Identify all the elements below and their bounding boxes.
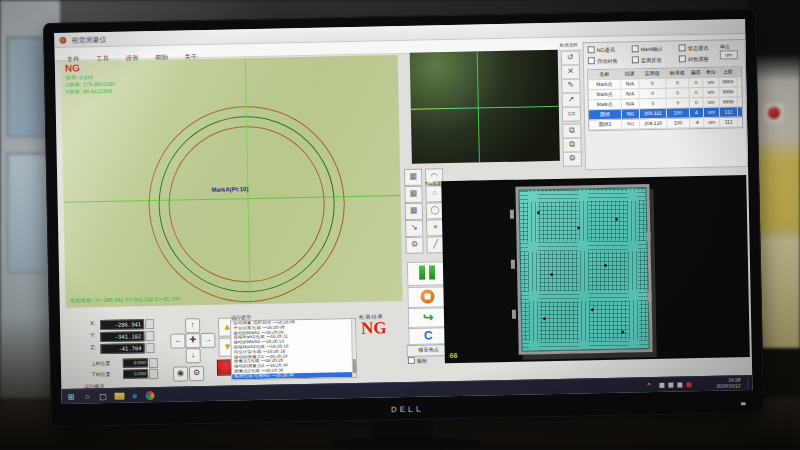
inspect-panel: NG通讯 Mark确认 状态通讯 单位 um 自动对焦 监测反馈 对焦调整 名称… xyxy=(583,39,749,170)
roi-tool-icon[interactable]: ▭ xyxy=(562,106,581,121)
log-scrollbar[interactable] xyxy=(351,319,356,377)
panel-map-view[interactable]: 66 xyxy=(441,175,750,363)
table-row[interactable]: 圆径1NG204.126100-4um112 xyxy=(589,117,742,130)
axis-x-display: -286.941 xyxy=(100,319,144,330)
secondary-camera-view[interactable] xyxy=(410,50,560,164)
defect-dot xyxy=(537,211,540,214)
power-led xyxy=(741,402,746,405)
axis-x-label: X: xyxy=(90,320,96,326)
tray-caret-icon[interactable]: ^ xyxy=(643,380,654,391)
checkbox-ng-comm[interactable]: NG通讯 xyxy=(588,46,615,55)
preset-unload-button[interactable] xyxy=(149,369,158,379)
run-pause-button[interactable] xyxy=(407,261,447,286)
frame-notch xyxy=(648,292,652,301)
defect-dot xyxy=(621,331,624,334)
defect-dot xyxy=(577,226,580,229)
monitor-stand-base xyxy=(330,438,480,450)
defect-dot xyxy=(550,273,553,276)
result-ng-value: NG xyxy=(361,318,387,339)
window-title: 视觉测量仪 xyxy=(71,35,106,46)
checkbox-focus-adjust[interactable]: 对焦调整 xyxy=(679,55,709,64)
axis-z-label: Z: xyxy=(90,344,95,350)
preset-unload-label: 下料位置 xyxy=(91,371,110,377)
task-view-icon[interactable]: ▢ xyxy=(97,391,108,402)
return-button[interactable]: ↪ xyxy=(408,307,448,328)
move-tool-icon[interactable]: ↘ xyxy=(405,220,423,237)
tool-strip-label: 检测流程 xyxy=(560,42,578,47)
preset-load-button[interactable] xyxy=(149,358,158,368)
axis-x-zero-button[interactable] xyxy=(145,319,154,329)
pcb-map[interactable] xyxy=(515,184,652,355)
preset-load-display: 0.000 xyxy=(123,358,148,367)
axis-y-display: -941.182 xyxy=(100,331,144,342)
jog-down-button[interactable]: ↓ xyxy=(186,348,201,363)
defect-dot xyxy=(591,308,594,311)
frame-notch xyxy=(646,232,650,241)
tab-fix-view[interactable]: Fix视图 xyxy=(425,180,442,186)
pause-icon xyxy=(429,265,435,279)
jog-center-button[interactable]: ✚ xyxy=(185,333,200,348)
checkbox-auto-focus[interactable]: 自动对焦 xyxy=(588,57,618,66)
stop-button[interactable] xyxy=(407,286,447,308)
defect-dot xyxy=(543,317,546,320)
start-button[interactable]: ⊞ xyxy=(65,392,76,403)
jog-settings-button[interactable]: ⚙ xyxy=(189,366,204,381)
grid-tool-icon[interactable]: ▦ xyxy=(404,169,422,186)
panel-count: 66 xyxy=(450,352,458,359)
monitor-brand-logo: DELL xyxy=(391,405,424,415)
axis-z-zero-button[interactable] xyxy=(145,343,154,353)
axis-y-zero-button[interactable] xyxy=(145,331,154,341)
monitor: 视觉测量仪 文件 工具 设置 帮助 关于 NG 倍率: 0.346 X坐标: 1… xyxy=(43,9,764,427)
jog-left-button[interactable]: ← xyxy=(170,333,185,348)
gear-icon[interactable]: ⚙ xyxy=(405,237,423,254)
log-list[interactable]: 自动测量 流程启动 —16:26:08 平台回零完成 —16:26:08 移动到… xyxy=(230,318,357,381)
app-taskbar-icon[interactable] xyxy=(145,391,154,400)
grid-tool-icon[interactable]: ▦ xyxy=(404,186,422,203)
defect-dot xyxy=(604,264,607,267)
mark-point-label: MarkA(Pt:10) xyxy=(211,186,248,193)
gear-icon[interactable]: ⚙ xyxy=(563,151,582,166)
unit-select[interactable]: 单位 um xyxy=(720,43,745,59)
screen: 视觉测量仪 文件 工具 设置 帮助 关于 NG 倍率: 0.346 X坐标: 1… xyxy=(54,19,752,404)
tray-icon[interactable] xyxy=(677,382,682,387)
stop-icon xyxy=(420,289,434,303)
frame-notch xyxy=(510,210,514,219)
snap-checkbox[interactable]: 吸附 xyxy=(408,357,428,365)
preset-unload-display: 0.000 xyxy=(123,369,148,378)
axis-y-label: Y: xyxy=(90,332,95,338)
camera-readout: Y坐标: 86.5421356 xyxy=(65,88,112,96)
checkbox-mark-confirm[interactable]: Mark确认 xyxy=(632,45,663,54)
preset-load-label: 上料位置 xyxy=(91,360,110,366)
checkbox-status-comm[interactable]: 状态通讯 xyxy=(679,44,709,53)
pause-icon xyxy=(419,266,425,280)
main-camera-view[interactable]: NG 倍率: 0.346 X坐标: 175.8642180 Y坐标: 86.54… xyxy=(61,55,403,308)
tray-icon-red[interactable] xyxy=(686,382,691,387)
jog-mode-button[interactable]: ◉ xyxy=(173,366,188,381)
tray-icon[interactable] xyxy=(659,383,664,388)
jog-up-button[interactable]: ↑ xyxy=(185,318,200,333)
tray-icon[interactable] xyxy=(668,383,673,388)
results-table: 名称 结果 实测值 标准值 偏差 单位 上限 Mark点N/A000um9999… xyxy=(587,66,743,131)
search-icon[interactable]: ○ xyxy=(81,391,92,402)
windows-taskbar: ⊞ ○ ▢ e ^ 16:28 2020/10/12 xyxy=(61,375,752,404)
frame-notch xyxy=(512,310,516,319)
refresh-button[interactable]: C xyxy=(408,327,448,345)
emergency-button xyxy=(764,103,784,123)
app-icon xyxy=(59,37,66,44)
show-desktop-button[interactable] xyxy=(747,378,750,389)
jog-right-button[interactable]: → xyxy=(200,333,215,348)
crosshair-horizontal xyxy=(411,106,559,110)
grid-tool-icon[interactable]: ▦ xyxy=(405,203,423,220)
file-explorer-icon[interactable] xyxy=(114,393,124,400)
camera-status-ng: NG xyxy=(65,62,80,73)
defect-dot xyxy=(615,218,618,221)
axis-z-display: -41.704 xyxy=(100,343,144,354)
frame-notch xyxy=(511,260,515,269)
edge-browser-icon[interactable]: e xyxy=(129,390,140,401)
checkbox-monitor-feedback[interactable]: 监测反馈 xyxy=(632,56,662,65)
taskbar-clock[interactable]: 16:28 2020/10/12 xyxy=(716,377,740,389)
